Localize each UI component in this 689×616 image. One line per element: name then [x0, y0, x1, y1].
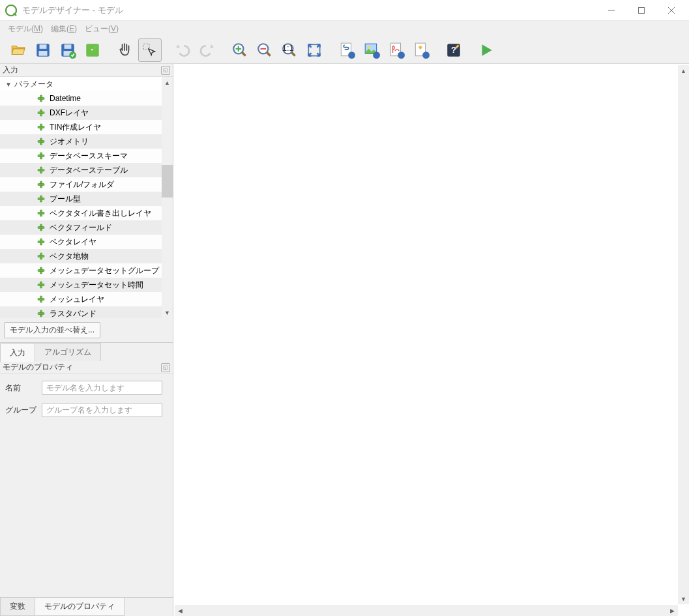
add-icon — [37, 237, 46, 246]
svg-rect-39 — [40, 124, 42, 130]
svg-rect-91 — [40, 310, 42, 317]
input-item-label: メッシュデータセット時間 — [50, 280, 143, 291]
maximize-button[interactable] — [626, 0, 656, 21]
help-button[interactable]: ? — [442, 38, 465, 62]
add-icon — [37, 194, 46, 203]
select-button[interactable] — [138, 38, 162, 62]
add-icon — [37, 123, 46, 132]
svg-rect-67 — [40, 224, 42, 231]
add-icon — [37, 280, 46, 289]
input-item-label: メッシュレイヤ — [50, 294, 104, 305]
input-item[interactable]: メッシュデータセット時間 — [0, 278, 162, 292]
app-icon — [5, 5, 17, 16]
inputs-group-parameters[interactable]: ▼ パラメータ — [0, 77, 162, 91]
input-item-label: ベクタタイル書き出しレイヤ — [50, 208, 151, 219]
input-item-label: メッシュデータセットグループ — [50, 265, 159, 276]
input-item[interactable]: TIN作成レイヤ — [0, 120, 162, 134]
inputs-panel-title: 入力 — [3, 65, 161, 76]
input-item-label: ジオメトリ — [50, 136, 89, 147]
minimize-button[interactable] — [596, 0, 626, 21]
save-as-button[interactable] — [81, 38, 104, 62]
svg-rect-9 — [65, 44, 72, 49]
model-name-label: 名前 — [5, 383, 38, 394]
input-item[interactable]: ベクタレイヤ — [0, 235, 162, 249]
svg-text:1:1: 1:1 — [282, 43, 294, 53]
svg-rect-47 — [40, 153, 42, 159]
add-icon — [37, 223, 46, 232]
zoom-out-button[interactable] — [253, 38, 276, 62]
menu-view[interactable]: ビュー(V) — [82, 22, 121, 36]
input-item[interactable]: ベクタタイル書き出しレイヤ — [0, 206, 162, 220]
inputs-tree[interactable]: ▼ パラメータ DatetimeDXFレイヤTIN作成レイヤジオメトリデータベー… — [0, 77, 162, 318]
input-item-label: ブール型 — [50, 194, 81, 205]
input-item-label: Datetime — [50, 94, 81, 103]
toolbar: 1:1 ? — [0, 37, 689, 64]
model-name-input[interactable] — [42, 381, 162, 395]
export-svg-button[interactable] — [409, 38, 433, 62]
svg-rect-87 — [40, 296, 42, 302]
bottom-tab-variables[interactable]: 変数 — [0, 598, 35, 616]
input-item[interactable]: ベクタフィールド — [0, 220, 162, 235]
tab-algorithms[interactable]: アルゴリズム — [35, 343, 101, 361]
input-item[interactable]: Datetime — [0, 91, 162, 106]
inputs-panel-pin-icon[interactable]: ◱ — [161, 66, 170, 75]
zoom-in-button[interactable] — [228, 38, 252, 62]
input-item[interactable]: ブール型 — [0, 192, 162, 206]
add-icon — [37, 151, 46, 160]
menu-edit[interactable]: 編集(E) — [48, 22, 80, 36]
undo-button[interactable] — [171, 38, 194, 62]
menu-model[interactable]: モデル(M) — [5, 22, 46, 36]
svg-rect-75 — [40, 253, 42, 259]
input-item-label: ファイル/フォルダ — [50, 179, 114, 190]
svg-rect-59 — [40, 196, 42, 202]
properties-panel-pin-icon[interactable]: ◱ — [161, 363, 170, 372]
close-button[interactable] — [656, 0, 686, 21]
properties-panel-title: モデルのプロパティ — [3, 362, 161, 373]
input-item[interactable]: ラスタバンド — [0, 306, 162, 318]
open-button[interactable] — [7, 38, 30, 62]
add-icon — [37, 209, 46, 218]
svg-rect-83 — [40, 282, 42, 288]
inputs-scrollbar[interactable]: ▲ ▼ — [162, 77, 173, 318]
export-image-button[interactable] — [360, 38, 383, 62]
input-item-label: ベクタ地物 — [50, 251, 89, 262]
input-item-label: TIN作成レイヤ — [50, 122, 101, 133]
input-item[interactable]: メッシュレイヤ — [0, 292, 162, 306]
tab-inputs[interactable]: 入力 — [0, 344, 35, 362]
reorder-inputs-button[interactable]: モデル入力の並べ替え... — [4, 322, 100, 338]
input-item[interactable]: データベーステーブル — [0, 163, 162, 177]
input-item[interactable]: メッシュデータセットグループ — [0, 263, 162, 278]
save-in-project-button[interactable] — [56, 38, 80, 62]
svg-rect-6 — [40, 44, 47, 49]
input-item[interactable]: データベーススキーマ — [0, 149, 162, 163]
export-python-button[interactable] — [335, 38, 359, 62]
canvas-horizontal-scrollbar[interactable]: ◀ ▶ — [175, 605, 678, 616]
input-item[interactable]: DXFレイヤ — [0, 106, 162, 120]
svg-rect-2 — [639, 7, 645, 13]
zoom-1-1-button[interactable]: 1:1 — [278, 38, 301, 62]
collapse-icon[interactable]: ▼ — [5, 81, 14, 88]
svg-point-23 — [373, 51, 380, 59]
pan-button[interactable] — [113, 38, 137, 62]
export-pdf-button[interactable] — [385, 38, 408, 62]
model-canvas[interactable] — [175, 65, 688, 615]
properties-panel-header: モデルのプロパティ ◱ — [0, 361, 173, 374]
canvas-vertical-scrollbar[interactable]: ▲ ▼ — [678, 65, 689, 604]
svg-point-25 — [398, 51, 405, 59]
input-item-label: データベーススキーマ — [50, 151, 128, 162]
add-icon — [37, 94, 46, 103]
svg-point-22 — [368, 46, 370, 48]
zoom-full-button[interactable] — [302, 38, 326, 62]
input-item[interactable]: ファイル/フォルダ — [0, 177, 162, 192]
svg-rect-7 — [39, 51, 48, 56]
svg-rect-43 — [40, 138, 42, 145]
input-item[interactable]: ベクタ地物 — [0, 249, 162, 263]
bottom-tab-properties[interactable]: モデルのプロパティ — [35, 598, 125, 616]
run-button[interactable] — [475, 38, 498, 62]
model-group-input[interactable] — [42, 403, 162, 417]
add-icon — [37, 166, 46, 175]
input-item[interactable]: ジオメトリ — [0, 134, 162, 149]
input-item-label: ベクタフィールド — [50, 222, 112, 233]
redo-button[interactable] — [196, 38, 219, 62]
save-button[interactable] — [31, 38, 55, 62]
